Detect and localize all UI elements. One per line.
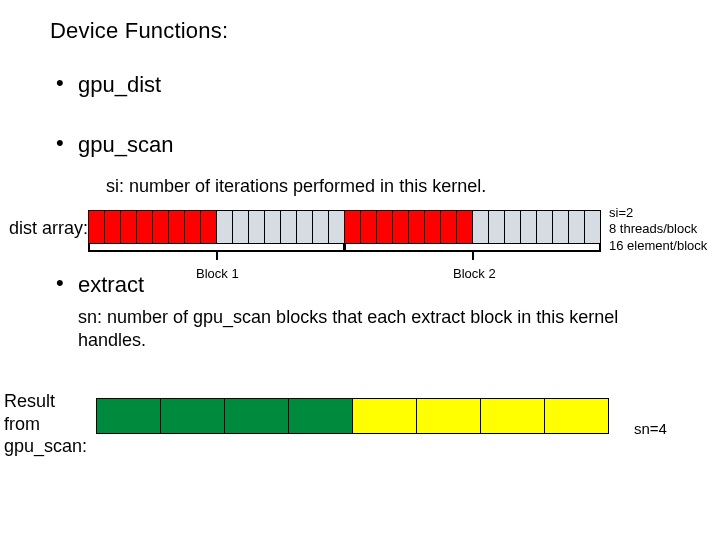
slide: Device Functions: gpu_dist gpu_scan si: … [0, 0, 720, 540]
dist-array-meta: si=2 8 threads/block 16 element/block [609, 205, 707, 254]
dist-cell [248, 210, 265, 244]
dist-cell [264, 210, 281, 244]
result-cell [544, 398, 609, 434]
bullet-extract: extract [56, 272, 144, 298]
bullet-gpu-dist: gpu_dist [56, 72, 173, 98]
sn-label: sn=4 [634, 420, 667, 437]
sn-description: sn: number of gpu_scan blocks that each … [78, 306, 648, 351]
dist-meta-si: si=2 [609, 205, 707, 221]
dist-cell [88, 210, 105, 244]
result-array [96, 398, 608, 434]
dist-cell [376, 210, 393, 244]
dist-cell [344, 210, 361, 244]
result-cell [352, 398, 417, 434]
dist-cell [296, 210, 313, 244]
block2-bracket [344, 244, 601, 260]
result-cell [160, 398, 225, 434]
dist-cell [424, 210, 441, 244]
block1-bracket [88, 244, 345, 260]
dist-array-label: dist array: [9, 218, 88, 239]
dist-cell [328, 210, 345, 244]
result-cell [288, 398, 353, 434]
slide-title: Device Functions: [50, 18, 228, 44]
result-cell [224, 398, 289, 434]
dist-array [88, 210, 600, 244]
result-cell [96, 398, 161, 434]
dist-cell [104, 210, 121, 244]
bullet-gpu-scan: gpu_scan [56, 132, 173, 158]
dist-cell [440, 210, 457, 244]
bullet-list-extract: extract [56, 272, 144, 298]
block1-label: Block 1 [196, 266, 239, 281]
dist-meta-elems: 16 element/block [609, 238, 707, 254]
result-label: Result from gpu_scan: [4, 390, 94, 458]
dist-cell [584, 210, 601, 244]
dist-cell [232, 210, 249, 244]
dist-cell [536, 210, 553, 244]
dist-cell [504, 210, 521, 244]
dist-cell [408, 210, 425, 244]
result-cell [416, 398, 481, 434]
si-description: si: number of iterations performed in th… [106, 176, 486, 197]
dist-cell [392, 210, 409, 244]
dist-cell [184, 210, 201, 244]
bullet-list-top: gpu_dist gpu_scan [56, 72, 173, 192]
dist-cell [152, 210, 169, 244]
dist-cell [456, 210, 473, 244]
dist-cell [136, 210, 153, 244]
dist-cell [120, 210, 137, 244]
dist-cell [280, 210, 297, 244]
dist-cell [168, 210, 185, 244]
dist-cell [552, 210, 569, 244]
dist-cell [200, 210, 217, 244]
dist-cell [360, 210, 377, 244]
dist-cell [216, 210, 233, 244]
dist-cell [520, 210, 537, 244]
block2-label: Block 2 [453, 266, 496, 281]
result-cell [480, 398, 545, 434]
dist-cell [488, 210, 505, 244]
dist-cell [312, 210, 329, 244]
dist-cell [568, 210, 585, 244]
dist-meta-threads: 8 threads/block [609, 221, 707, 237]
dist-cell [472, 210, 489, 244]
